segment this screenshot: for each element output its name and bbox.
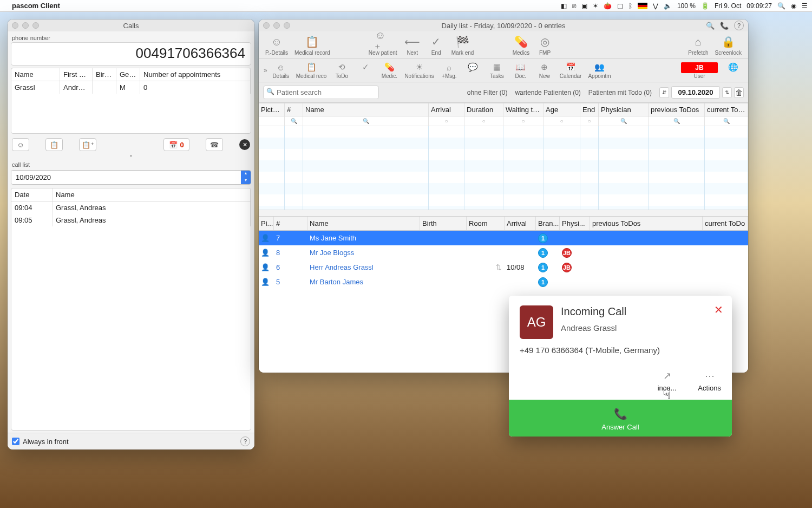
col-name[interactable]: Name (53, 188, 251, 201)
menubar-date[interactable]: Fri 9. Oct (715, 2, 741, 10)
tool-newpatient[interactable]: ☺⁺New patient (365, 32, 401, 57)
primary-toolbar: ☺P.-Details 📋Medical record ☺⁺New patien… (259, 31, 748, 59)
date-stepper-icon[interactable]: ⇅ (722, 87, 732, 98)
spotlight-icon[interactable]: 🔍 (777, 2, 785, 10)
tool-tasks[interactable]: ▦Tasks (485, 60, 509, 80)
col-birth[interactable]: Birth... (93, 68, 116, 81)
date-step-up-icon[interactable]: ▴ (241, 171, 251, 178)
tool-screenlock[interactable]: 🔒Screenlock (712, 32, 745, 57)
call-row[interactable]: 09:05 Grassl, Andreas (11, 214, 251, 226)
contacts-toolbar: ☺ 📋 📋⁺ 📅 0 ☎ ✕ (8, 136, 254, 153)
patient-row[interactable]: 👤 6 Herr Andreas Grassl ⇅ 10/08 1 JB (259, 260, 748, 275)
help-icon[interactable]: ? (734, 21, 744, 30)
filter-waiting[interactable]: wartende Patienten (0) (515, 89, 580, 96)
tool-prefetch[interactable]: ⌂Prefetch (685, 32, 711, 57)
patient-search[interactable]: 🔍 (263, 86, 379, 99)
col-gender[interactable]: Gen... (116, 68, 140, 81)
h-scrollbar[interactable] (259, 210, 748, 216)
patient-row[interactable]: 👤 8 Mr Joe Blogss 1 JB (259, 245, 748, 260)
trash-icon[interactable]: 🗑 (734, 87, 744, 98)
col-name[interactable]: Name (11, 68, 60, 81)
avatar: AG (520, 305, 553, 339)
tray-icon[interactable]: ⎚ (572, 2, 576, 10)
tool-todo[interactable]: ⟲ToDo (330, 60, 353, 80)
tool-globe[interactable]: 🌐 (721, 60, 745, 80)
flag-de-icon[interactable] (638, 3, 647, 9)
open-external-button[interactable]: ↗ inco... (658, 370, 677, 392)
tool-details[interactable]: ☺Details (269, 60, 293, 80)
search-icon[interactable]: 🔍 (706, 22, 715, 30)
tool-todo-check[interactable]: ✓ (353, 60, 377, 80)
tool-notifications[interactable]: ☀Notifications (401, 60, 437, 80)
tool-medic2[interactable]: 💊Medic. (377, 60, 401, 80)
calls-title: Calls (8, 22, 254, 30)
patient-search-input[interactable] (263, 86, 379, 99)
filter-nofilter[interactable]: ohne Filter (0) (467, 89, 508, 96)
volume-icon[interactable]: 🔈 (664, 2, 672, 10)
tray-icon[interactable]: ◧ (561, 2, 567, 10)
tool-chat[interactable]: 💬 (461, 60, 485, 80)
sort-toggle-icon[interactable]: ⇵ (659, 87, 669, 98)
person-icon: 👤 (259, 232, 274, 244)
col-firstname[interactable]: First na... (60, 68, 93, 81)
col-date[interactable]: Date (11, 188, 53, 201)
expand-icon[interactable]: » (262, 67, 269, 74)
calls-window: Calls phone number 00491706366364 Name F… (8, 19, 254, 450)
bluetooth-icon[interactable]: ᛒ (628, 2, 632, 10)
actions-button[interactable]: ⋯ Actions (698, 370, 721, 392)
person-icon[interactable]: ☺ (12, 138, 29, 151)
tool-markend[interactable]: 🏁Mark end (448, 32, 477, 57)
call-row[interactable]: 09:04 Grassl, Andreas (11, 201, 251, 214)
tool-fmp[interactable]: ◎FMP (533, 32, 557, 57)
patient-row[interactable]: 👤 5 Mr Barton James 1 (259, 275, 748, 289)
siri-icon[interactable]: ◉ (791, 2, 796, 10)
daily-titlebar[interactable]: Daily list - Friday, 10/09/2020 - 0 entr… (259, 19, 748, 31)
macos-menubar: pascom Client ◧ ⎚ ▣ ✶ 🍅 ▢ ᛒ ⋁ 🔈 100 % 🔋 … (0, 0, 812, 12)
tool-doc[interactable]: 📖Doc. (509, 60, 533, 80)
answer-call-button[interactable]: 📞 Answer Call (509, 400, 732, 437)
close-icon[interactable]: ✕ (714, 303, 723, 316)
tool-msg[interactable]: ⌕+Msg. (437, 60, 461, 80)
clipboard-icon[interactable]: 📋 (45, 138, 63, 151)
date-selected[interactable] (11, 171, 241, 184)
tool-medrecord[interactable]: 📋Medical record (291, 32, 333, 57)
notifications-icon[interactable]: ☰ (802, 2, 808, 10)
daily-date-input[interactable] (671, 86, 720, 99)
date-step-down-icon[interactable]: ▾ (241, 178, 251, 185)
app-name[interactable]: pascom Client (12, 2, 60, 10)
col-appointments[interactable]: Number of appointments (140, 68, 251, 81)
more-icon: ⋯ (705, 370, 715, 382)
help-icon[interactable]: ? (240, 437, 250, 446)
tool-next[interactable]: ⟵Next (401, 32, 424, 57)
open-external-icon: ↗ (663, 370, 671, 382)
date-selector[interactable]: ▴▾ (11, 170, 251, 185)
tool-medics[interactable]: 💊Medics (509, 32, 533, 57)
close-icon[interactable]: ✕ (239, 139, 250, 150)
phone-icon: 📞 (509, 407, 732, 420)
filter-todo[interactable]: Patienten mit Todo (0) (588, 89, 652, 96)
patient-row[interactable]: 👤 7 Ms Jane Smith 1 (259, 231, 748, 245)
menubar-time[interactable]: 09:09:27 (746, 2, 772, 10)
phone-number-label: phone number (8, 31, 254, 42)
tool-user[interactable]: JBUser (678, 61, 721, 80)
wifi-icon[interactable]: ⋁ (653, 2, 658, 10)
tool-pdetails[interactable]: ☺P.-Details (262, 32, 291, 57)
airplay-icon[interactable]: ▢ (617, 2, 623, 10)
phone-mini-icon[interactable]: 📞 (720, 22, 729, 30)
contact-row[interactable]: Grassl Andreas M 0 (11, 81, 251, 94)
tray-icon[interactable]: 🍅 (604, 2, 612, 10)
battery-icon[interactable]: 🔋 (701, 2, 709, 10)
always-in-front-checkbox[interactable]: Always in front (12, 438, 69, 446)
tray-icon[interactable]: ▣ (581, 2, 587, 10)
tool-end[interactable]: ✓End (424, 32, 448, 57)
tool-medrecord2[interactable]: 📋Medical reco (293, 60, 330, 80)
tool-appointm[interactable]: 👥Appointm (585, 60, 614, 80)
phone-icon[interactable]: ☎ (206, 138, 223, 151)
tool-calendar[interactable]: 📅Calendar (556, 60, 585, 80)
tool-new[interactable]: ⊕New (533, 60, 556, 80)
tray-icon[interactable]: ✶ (593, 2, 598, 10)
calendar-count-button[interactable]: 📅 0 (163, 138, 189, 151)
battery-label: 100 % (677, 2, 696, 10)
clipboard-add-icon[interactable]: 📋⁺ (79, 138, 96, 151)
calls-titlebar[interactable]: Calls (8, 19, 254, 31)
